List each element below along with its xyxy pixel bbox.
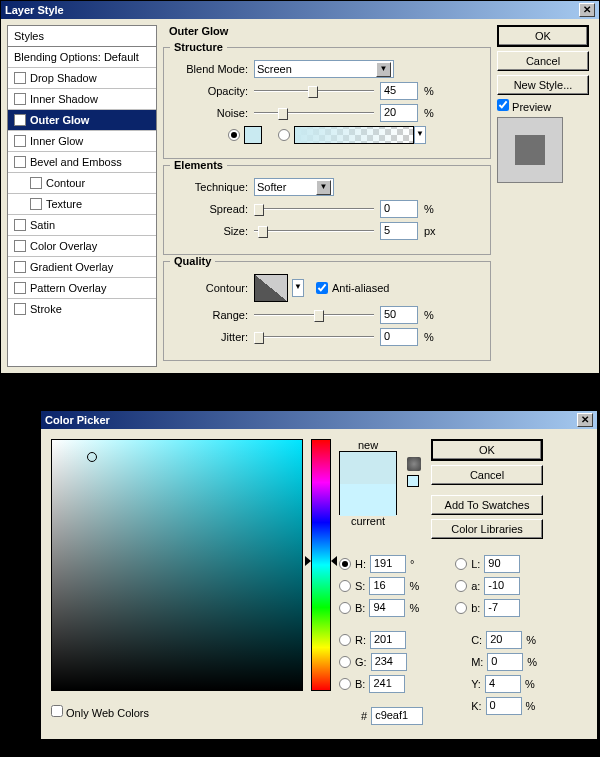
checkbox-icon[interactable] — [14, 72, 26, 84]
color-field[interactable] — [51, 439, 303, 691]
style-drop-shadow[interactable]: Drop Shadow — [8, 68, 156, 89]
style-gradient-overlay[interactable]: Gradient Overlay — [8, 257, 156, 278]
blending-options[interactable]: Blending Options: Default — [8, 47, 156, 68]
h-radio[interactable] — [339, 558, 351, 570]
color-libraries-button[interactable]: Color Libraries — [431, 519, 543, 539]
b-radio[interactable] — [339, 602, 351, 614]
style-contour[interactable]: Contour — [8, 173, 156, 194]
opacity-slider[interactable] — [254, 84, 374, 98]
g-input[interactable]: 234 — [371, 653, 407, 671]
structure-legend: Structure — [170, 41, 227, 53]
hex-input[interactable]: c9eaf1 — [371, 707, 423, 725]
cp-cancel-button[interactable]: Cancel — [431, 465, 543, 485]
range-slider[interactable] — [254, 308, 374, 322]
g-radio[interactable] — [339, 656, 351, 668]
add-swatches-button[interactable]: Add To Swatches — [431, 495, 543, 515]
style-satin[interactable]: Satin — [8, 215, 156, 236]
checkbox-icon[interactable] — [30, 198, 42, 210]
cp-ok-button[interactable]: OK — [431, 439, 543, 461]
noise-slider[interactable] — [254, 106, 374, 120]
close-icon[interactable]: ✕ — [579, 3, 595, 17]
cancel-button[interactable]: Cancel — [497, 51, 589, 71]
checkbox-icon[interactable] — [14, 240, 26, 252]
l-radio[interactable] — [455, 558, 467, 570]
checkbox-icon[interactable] — [14, 156, 26, 168]
technique-dropdown[interactable]: Softer ▼ — [254, 178, 334, 196]
b2-radio[interactable] — [339, 678, 351, 690]
style-stroke[interactable]: Stroke — [8, 299, 156, 319]
style-bevel-emboss[interactable]: Bevel and Emboss — [8, 152, 156, 173]
preview-checkbox[interactable] — [497, 99, 509, 111]
chevron-down-icon: ▼ — [376, 62, 391, 77]
style-texture[interactable]: Texture — [8, 194, 156, 215]
hue-slider[interactable] — [311, 439, 331, 691]
b2-input[interactable]: 241 — [369, 675, 405, 693]
glow-color-swatch[interactable] — [244, 126, 262, 144]
contour-swatch[interactable] — [254, 274, 288, 302]
cp-titlebar[interactable]: Color Picker ✕ — [41, 411, 597, 429]
anti-alias-checkbox[interactable] — [316, 282, 328, 294]
jitter-input[interactable]: 0 — [380, 328, 418, 346]
new-style-button[interactable]: New Style... — [497, 75, 589, 95]
lab-b-radio[interactable] — [455, 602, 467, 614]
outer-glow-heading: Outer Glow — [169, 25, 228, 37]
b-input[interactable]: 94 — [369, 599, 405, 617]
technique-label: Technique: — [172, 181, 254, 193]
y-input[interactable]: 4 — [485, 675, 521, 693]
styles-header[interactable]: Styles — [8, 26, 156, 47]
glow-color-radio[interactable] — [228, 129, 240, 141]
ls-title: Layer Style — [5, 4, 64, 16]
size-slider[interactable] — [254, 224, 374, 238]
c-input[interactable]: 20 — [486, 631, 522, 649]
a-input[interactable]: -10 — [484, 577, 520, 595]
blend-mode-dropdown[interactable]: Screen ▼ — [254, 60, 394, 78]
range-label: Range: — [172, 309, 254, 321]
checkbox-icon[interactable] — [14, 219, 26, 231]
style-outer-glow[interactable]: ✓Outer Glow — [8, 110, 156, 131]
blend-mode-label: Blend Mode: — [172, 63, 254, 75]
style-color-overlay[interactable]: Color Overlay — [8, 236, 156, 257]
only-web-checkbox[interactable] — [51, 705, 63, 717]
ls-buttons: OK Cancel New Style... Preview — [497, 25, 593, 367]
opacity-input[interactable]: 45 — [380, 82, 418, 100]
glow-gradient-radio[interactable] — [278, 129, 290, 141]
spread-slider[interactable] — [254, 202, 374, 216]
r-input[interactable]: 201 — [370, 631, 406, 649]
lab-b-input[interactable]: -7 — [484, 599, 520, 617]
checkbox-icon[interactable]: ✓ — [14, 114, 26, 126]
range-input[interactable]: 50 — [380, 306, 418, 324]
style-pattern-overlay[interactable]: Pattern Overlay — [8, 278, 156, 299]
size-input[interactable]: 5 — [380, 222, 418, 240]
cube-icon[interactable] — [407, 457, 421, 471]
jitter-slider[interactable] — [254, 330, 374, 344]
checkbox-icon[interactable] — [14, 261, 26, 273]
contour-dropdown-arrow[interactable]: ▼ — [292, 279, 304, 297]
s-input[interactable]: 16 — [369, 577, 405, 595]
checkbox-icon[interactable] — [14, 135, 26, 147]
new-color-swatch[interactable] — [340, 452, 396, 484]
checkbox-icon[interactable] — [14, 303, 26, 315]
checkbox-icon[interactable] — [14, 93, 26, 105]
hue-pointer-icon — [331, 556, 337, 566]
gradient-dropdown-arrow[interactable]: ▼ — [414, 126, 426, 144]
spread-input[interactable]: 0 — [380, 200, 418, 218]
h-input[interactable]: 191 — [370, 555, 406, 573]
websafe-swatch[interactable] — [407, 475, 419, 487]
style-inner-glow[interactable]: Inner Glow — [8, 131, 156, 152]
r-radio[interactable] — [339, 634, 351, 646]
ls-titlebar[interactable]: Layer Style ✕ — [1, 1, 599, 19]
checkbox-icon[interactable] — [14, 282, 26, 294]
s-radio[interactable] — [339, 580, 351, 592]
ok-button[interactable]: OK — [497, 25, 589, 47]
preview-box — [497, 117, 563, 183]
checkbox-icon[interactable] — [30, 177, 42, 189]
m-input[interactable]: 0 — [487, 653, 523, 671]
k-input[interactable]: 0 — [486, 697, 522, 715]
noise-input[interactable]: 20 — [380, 104, 418, 122]
current-color-swatch[interactable] — [340, 484, 396, 516]
l-input[interactable]: 90 — [484, 555, 520, 573]
glow-gradient-swatch[interactable] — [294, 126, 414, 144]
close-icon[interactable]: ✕ — [577, 413, 593, 427]
a-radio[interactable] — [455, 580, 467, 592]
style-inner-shadow[interactable]: Inner Shadow — [8, 89, 156, 110]
